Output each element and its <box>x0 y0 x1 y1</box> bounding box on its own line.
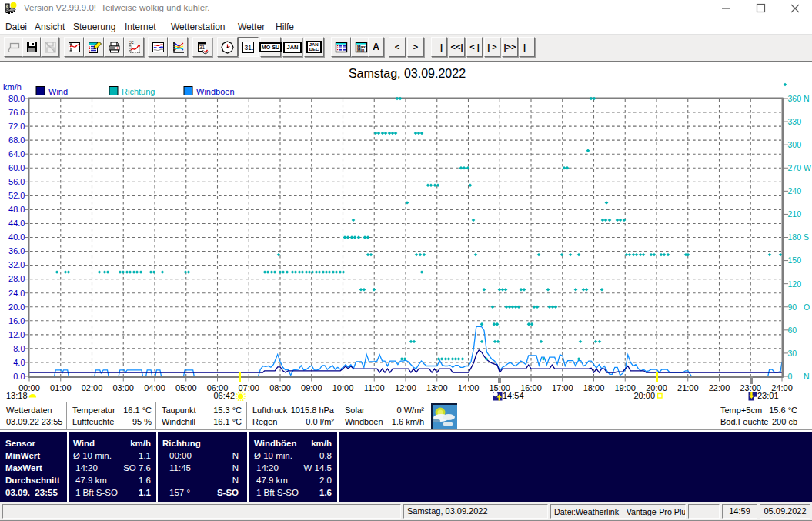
svg-text:12:00: 12:00 <box>395 383 416 392</box>
svg-text:48.0: 48.0 <box>8 205 25 214</box>
svg-text:14:54: 14:54 <box>503 391 524 400</box>
svg-text:60: 60 <box>788 326 797 335</box>
svg-text:01:00: 01:00 <box>50 383 72 392</box>
svg-text:8.0: 8.0 <box>13 344 25 353</box>
svg-text:S: S <box>804 232 809 242</box>
svg-text:64.0: 64.0 <box>8 149 25 159</box>
svg-text:0: 0 <box>788 372 793 381</box>
svg-text:04:00: 04:00 <box>144 383 165 392</box>
svg-text:07:00: 07:00 <box>238 383 259 392</box>
svg-text:13:00: 13:00 <box>426 383 448 392</box>
svg-text:06:42: 06:42 <box>213 391 235 400</box>
svg-text:31: 31 <box>199 44 206 49</box>
svg-text:60.0: 60.0 <box>8 163 25 172</box>
svg-text:360: 360 <box>788 94 802 103</box>
svg-text:18:00: 18:00 <box>583 383 605 392</box>
svg-text:68.0: 68.0 <box>8 135 25 145</box>
svg-text:21:00: 21:00 <box>677 383 699 392</box>
svg-text:30: 30 <box>788 349 797 358</box>
svg-text:40.0: 40.0 <box>8 232 25 242</box>
svg-text:17:00: 17:00 <box>552 383 573 392</box>
svg-text:24.0: 24.0 <box>8 289 25 298</box>
svg-text:11:00: 11:00 <box>364 383 385 392</box>
svg-text:12.0: 12.0 <box>8 330 25 339</box>
svg-text:13:18: 13:18 <box>6 391 28 400</box>
svg-text:4.0: 4.0 <box>13 358 25 367</box>
svg-text:56.0: 56.0 <box>8 177 25 186</box>
svg-text:05:00: 05:00 <box>175 383 197 392</box>
svg-text:10:00: 10:00 <box>332 383 354 392</box>
svg-text:240: 240 <box>788 186 802 195</box>
svg-text:N: N <box>804 372 810 381</box>
svg-text:Samstag, 03.09.2022: Samstag, 03.09.2022 <box>349 67 466 80</box>
svg-text:03:00: 03:00 <box>112 383 134 392</box>
svg-text:120: 120 <box>788 279 802 289</box>
svg-text:W: W <box>804 163 811 172</box>
svg-text:150: 150 <box>788 255 802 265</box>
svg-text:20:00: 20:00 <box>633 391 655 400</box>
svg-text:14:00: 14:00 <box>458 383 480 392</box>
svg-text:N: N <box>804 94 810 103</box>
svg-text:31.: 31. <box>245 44 254 52</box>
svg-text:22:00: 22:00 <box>709 383 730 392</box>
svg-text:09:00: 09:00 <box>301 383 322 392</box>
svg-text:02:00: 02:00 <box>82 383 103 392</box>
svg-text:32.0: 32.0 <box>8 260 25 269</box>
svg-text:90: 90 <box>788 302 797 312</box>
svg-text:300: 300 <box>788 140 802 149</box>
svg-text:19:00: 19:00 <box>614 383 636 392</box>
svg-text:km/h: km/h <box>3 82 22 92</box>
svg-text:44.0: 44.0 <box>8 219 25 228</box>
svg-text:270: 270 <box>788 163 802 172</box>
svg-text:72.0: 72.0 <box>8 122 25 131</box>
svg-text:80.0: 80.0 <box>8 94 25 103</box>
svg-text:23:01: 23:01 <box>757 391 779 400</box>
svg-text:16.0: 16.0 <box>8 316 25 326</box>
svg-text:0.0: 0.0 <box>13 372 25 381</box>
svg-text:20.0: 20.0 <box>8 302 25 312</box>
svg-text:76.0: 76.0 <box>8 108 25 117</box>
svg-text:Min: Min <box>357 48 365 52</box>
svg-text:210: 210 <box>788 209 802 219</box>
svg-text:O: O <box>804 302 810 312</box>
svg-text:08:00: 08:00 <box>269 383 291 392</box>
svg-text:Richtung: Richtung <box>122 87 155 96</box>
svg-text:180: 180 <box>788 232 802 242</box>
svg-text:Wind: Wind <box>48 87 68 96</box>
svg-text:Windböen: Windböen <box>196 87 235 96</box>
svg-text:330: 330 <box>788 117 802 126</box>
svg-text:36.0: 36.0 <box>8 246 25 255</box>
svg-text:28.0: 28.0 <box>8 274 25 283</box>
svg-text:52.0: 52.0 <box>8 191 25 200</box>
